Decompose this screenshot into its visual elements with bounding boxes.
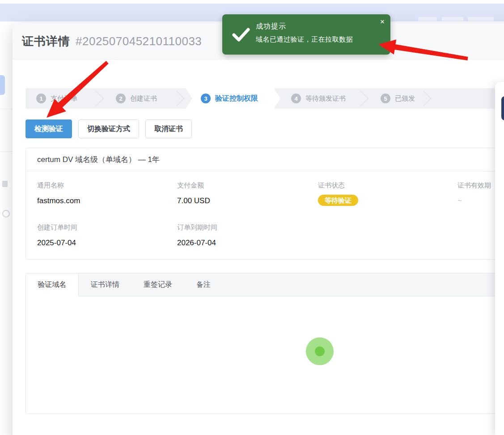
background-divider [0, 151, 13, 152]
tab-remark[interactable]: 备注 [184, 273, 223, 296]
step-number: 4 [291, 94, 301, 103]
tab-verify-domain[interactable]: 验证域名 [26, 273, 79, 296]
step-label: 支付订单 [51, 94, 77, 103]
field-common-name-label: 通用名称 [37, 181, 64, 190]
detail-tabs-panel: 验证域名 证书详情 重签记录 备注 [25, 273, 504, 414]
step-label: 创建证书 [130, 94, 157, 103]
step-number: 1 [36, 94, 46, 103]
step-label: 已颁发 [395, 94, 415, 103]
side-panel [495, 82, 504, 435]
field-order-expires-value: 2026-07-04 [177, 239, 216, 247]
field-common-name-value: fastmos.com [37, 196, 80, 205]
step-number: 2 [116, 94, 126, 103]
field-pay-amount-value: 7.00 USD [177, 196, 210, 205]
chevron-separator-icon [353, 91, 368, 106]
tab-bar: 验证域名 证书详情 重签记录 备注 [26, 273, 504, 296]
field-order-created-label: 创建订单时间 [37, 223, 77, 232]
step-wizard: 1 支付订单 2 创建证书 3 验证控制权限 4 等待颁发证书 5 已颁发 [25, 88, 504, 109]
modal-title: 证书详情 [22, 34, 70, 49]
certificate-detail-modal: 证书详情 #202507045210110033 1 支付订单 2 创建证书 3… [13, 23, 504, 435]
tab-cert-detail[interactable]: 证书详情 [79, 273, 131, 296]
cancel-certificate-button[interactable]: 取消证书 [145, 119, 192, 138]
check-verification-button[interactable]: 检测验证 [25, 119, 72, 138]
certificate-info-card: certum DV 域名级（单域名） — 1年 通用名称 fastmos.com… [25, 148, 504, 260]
background-sidebar-remnant [0, 75, 5, 95]
loading-spinner-icon [306, 337, 334, 365]
switch-verification-method-button[interactable]: 切换验证方式 [78, 119, 139, 138]
step-label: 等待颁发证书 [305, 94, 346, 103]
step-pay-order: 1 支付订单 [25, 88, 105, 109]
background-header-remnant [442, 17, 463, 21]
step-label: 验证控制权限 [215, 94, 258, 103]
background-divider [0, 109, 13, 109]
background-header-remnant [468, 17, 494, 21]
field-order-created-value: 2025-07-04 [37, 239, 76, 247]
background-text-remnant [2, 181, 8, 187]
success-toast: 成功提示 域名已通过验证，正在拉取数据 × [222, 14, 390, 55]
toast-message: 域名已通过验证，正在拉取数据 [256, 35, 353, 44]
screen: 证书详情 #202507045210110033 1 支付订单 2 创建证书 3… [0, 0, 504, 435]
field-cert-validity-label: 证书有效期 [457, 181, 491, 190]
product-title: certum DV 域名级（单域名） — 1年 [26, 148, 504, 171]
field-pay-amount-label: 支付金额 [177, 181, 204, 190]
chevron-separator-icon [89, 91, 104, 106]
check-icon [232, 28, 250, 42]
step-verify-control: 3 验证控制权限 [186, 88, 280, 109]
toolbar: 检测验证 切换验证方式 取消证书 [25, 119, 192, 138]
loading-spinner-core [315, 346, 325, 356]
step-issued: 5 已颁发 [370, 88, 432, 109]
background-header-remnant [418, 17, 437, 21]
tab-resign-record[interactable]: 重签记录 [131, 273, 184, 296]
close-icon[interactable]: × [380, 18, 385, 26]
chevron-separator-icon [416, 91, 431, 106]
background-search-icon [2, 210, 10, 218]
step-number: 3 [201, 94, 211, 103]
toast-title: 成功提示 [256, 22, 286, 31]
step-number: 5 [381, 94, 390, 103]
order-number: #202507045210110033 [76, 34, 202, 48]
field-order-expires-label: 订单到期时间 [177, 223, 217, 232]
step-create-cert: 2 创建证书 [105, 88, 186, 109]
chevron-separator-icon [169, 91, 184, 106]
field-cert-status-label: 证书状态 [318, 181, 345, 190]
cert-status-badge: 等待验证 [318, 195, 358, 206]
step-wait-issue: 4 等待颁发证书 [280, 88, 370, 109]
side-panel-button[interactable] [501, 96, 504, 120]
field-cert-validity-value: ~ [457, 196, 462, 205]
